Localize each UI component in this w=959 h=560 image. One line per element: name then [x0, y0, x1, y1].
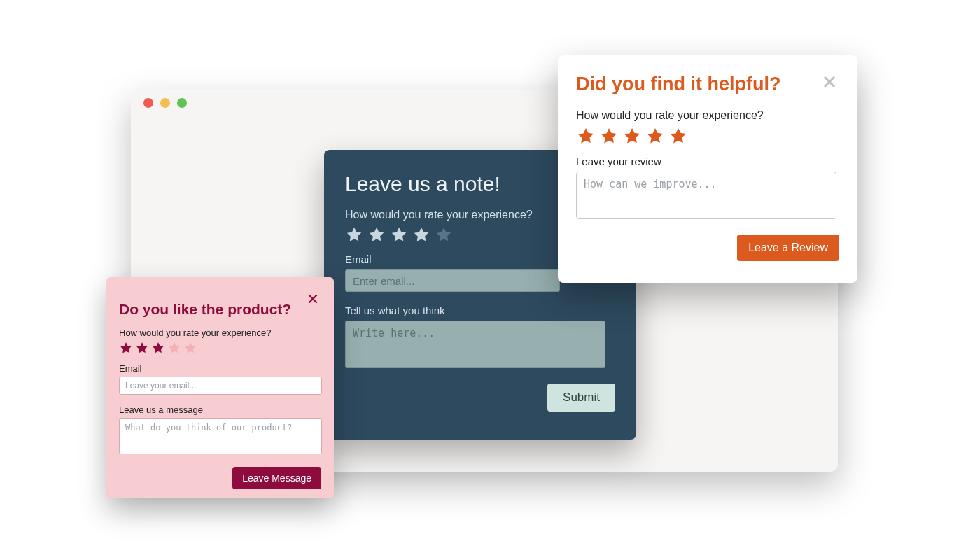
feedback-card-product: Do you like the product? How would you r…: [106, 277, 334, 498]
traffic-light-zoom-icon[interactable]: [177, 98, 187, 108]
star-icon[interactable]: [668, 126, 688, 146]
message-field[interactable]: [345, 321, 606, 368]
star-icon[interactable]: [345, 225, 363, 244]
star-icon[interactable]: [576, 126, 596, 146]
card-title: Do you like the product?: [119, 301, 304, 318]
leave-message-button[interactable]: Leave Message: [232, 467, 321, 489]
review-label: Leave your review: [576, 155, 839, 167]
message-label: Leave us a message: [119, 405, 321, 415]
star-icon[interactable]: [645, 126, 665, 146]
star-icon[interactable]: [183, 341, 197, 355]
leave-review-button[interactable]: Leave a Review: [737, 234, 839, 261]
rating-question: How would you rate your experience?: [119, 328, 321, 338]
email-field[interactable]: [345, 270, 560, 292]
submit-button[interactable]: Submit: [547, 384, 615, 412]
review-field[interactable]: [576, 172, 836, 219]
email-field[interactable]: [119, 377, 322, 395]
star-icon[interactable]: [119, 341, 133, 355]
star-icon[interactable]: [167, 341, 181, 355]
star-icon[interactable]: [412, 225, 430, 244]
star-icon[interactable]: [390, 225, 408, 244]
rating-stars[interactable]: [119, 341, 321, 355]
traffic-light-close-icon[interactable]: [144, 98, 153, 108]
close-icon[interactable]: [820, 74, 839, 93]
close-icon[interactable]: [304, 291, 321, 308]
card-title: Did you find it helpful?: [576, 74, 820, 95]
email-label: Email: [119, 363, 321, 374]
star-icon[interactable]: [368, 225, 386, 244]
star-icon[interactable]: [151, 341, 165, 355]
message-field[interactable]: [119, 418, 322, 454]
star-icon[interactable]: [435, 225, 453, 244]
rating-stars[interactable]: [576, 126, 839, 146]
message-label: Tell us what you think: [345, 304, 615, 316]
rating-question: How would you rate your experience?: [576, 109, 839, 122]
feedback-card-helpful: Did you find it helpful? How would you r…: [558, 55, 858, 283]
star-icon[interactable]: [599, 126, 619, 146]
star-icon[interactable]: [135, 341, 149, 355]
traffic-light-minimize-icon[interactable]: [160, 98, 170, 108]
star-icon[interactable]: [622, 126, 642, 146]
